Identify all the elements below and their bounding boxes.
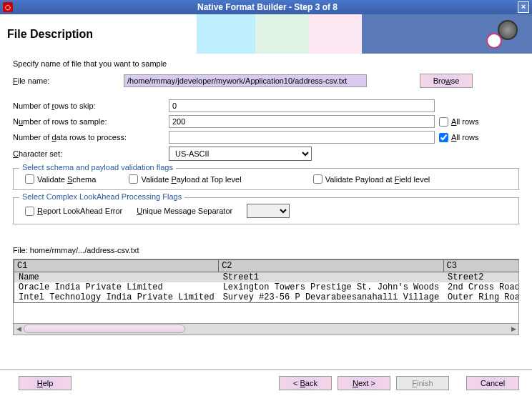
wizard-button-bar: Help < Back Next > Finish Cancel <box>0 369 532 390</box>
data-cell: Lexington Towers Prestige St. John's Woo… <box>219 282 443 292</box>
lookahead-legend: Select Complex LookAhead Processing Flag… <box>19 192 184 201</box>
data-cell: Oracle India Private Limited <box>14 282 219 292</box>
rows-skip-label: Number of rows to skip: <box>13 102 169 110</box>
back-button[interactable]: < Back <box>279 376 332 390</box>
separator-label: Unique Message Separator <box>137 207 232 215</box>
allrows-sample-label: All rows <box>451 117 479 126</box>
preview-table-wrap: C1 C2 C3 Name Street1 Street2 Oracle Ind… <box>13 259 519 335</box>
page-title: File Description <box>7 28 93 41</box>
rows-skip-input[interactable] <box>169 99 435 112</box>
data-header: Name <box>14 272 219 283</box>
app-icon: ◌ <box>3 2 13 12</box>
allrows-process-checkbox[interactable] <box>439 133 448 142</box>
validation-legend: Select schema and payload validation fla… <box>19 163 176 172</box>
wizard-banner: File Description <box>0 14 532 54</box>
validate-top-label: Validate Payload at Top level <box>141 175 241 184</box>
rows-sample-input[interactable] <box>169 115 435 128</box>
validate-top-checkbox[interactable] <box>129 174 138 184</box>
filename-input[interactable] <box>124 74 367 87</box>
finish-button: Finish <box>396 376 449 390</box>
charset-select[interactable]: US-ASCII <box>169 147 312 161</box>
allrows-sample-checkbox[interactable] <box>439 117 448 127</box>
validate-schema-label: Validate Schema <box>37 175 96 184</box>
intro-text: Specify name of file that you want to sa… <box>13 59 519 68</box>
next-button[interactable]: Next > <box>338 376 390 390</box>
data-header: Street1 <box>219 272 443 283</box>
rows-process-input[interactable] <box>169 131 435 144</box>
scroll-right-icon[interactable]: ▶ <box>508 324 518 334</box>
validate-schema-checkbox[interactable] <box>25 174 34 184</box>
allrows-process-label: All rows <box>451 133 479 142</box>
scroll-left-icon[interactable]: ◀ <box>14 324 24 334</box>
report-lookahead-checkbox[interactable] <box>25 207 34 216</box>
lookahead-fieldset: Select Complex LookAhead Processing Flag… <box>13 197 519 224</box>
report-lookahead-label: Report LookAhead Error <box>37 207 122 215</box>
rows-process-label: Number of data rows to process: <box>13 133 169 142</box>
validation-fieldset: Select schema and payload validation fla… <box>13 168 519 190</box>
data-cell: Survey #23-56 P Devarabeesanahalli Villa… <box>219 292 443 303</box>
preview-path: File: home/rmmay/.../address-csv.txt <box>13 246 519 254</box>
window-title: Native Format Builder - Step 3 of 8 <box>17 2 518 12</box>
data-cell: 2nd Cross Road <box>443 282 519 292</box>
horizontal-scrollbar[interactable]: ◀ ▶ <box>14 323 518 335</box>
cancel-button[interactable]: Cancel <box>466 376 519 390</box>
data-cell: Intel Technology India Private Limited <box>14 292 219 303</box>
col-header-c2[interactable]: C2 <box>219 260 443 272</box>
col-header-c3[interactable]: C3 <box>443 260 519 272</box>
separator-select[interactable] <box>247 204 290 218</box>
help-button[interactable]: Help <box>19 376 72 390</box>
close-icon[interactable]: × <box>518 1 529 13</box>
col-header-c1[interactable]: C1 <box>14 260 219 272</box>
charset-label: Character set: <box>13 149 169 158</box>
scroll-thumb[interactable] <box>24 325 185 333</box>
window-titlebar: ◌ Native Format Builder - Step 3 of 8 × <box>0 0 532 14</box>
rows-sample-label: Number of rows to sample: <box>13 117 169 126</box>
browse-button[interactable]: Browse <box>420 74 473 88</box>
data-cell: Outer Ring Road <box>443 292 519 303</box>
data-header: Street2 <box>443 272 519 283</box>
banner-decoration <box>482 20 518 49</box>
validate-field-label: Validate Payload at Field level <box>325 175 430 184</box>
filename-label: File name: <box>13 76 124 85</box>
preview-table: C1 C2 C3 Name Street1 Street2 Oracle Ind… <box>14 259 519 303</box>
validate-field-checkbox[interactable] <box>313 174 322 184</box>
